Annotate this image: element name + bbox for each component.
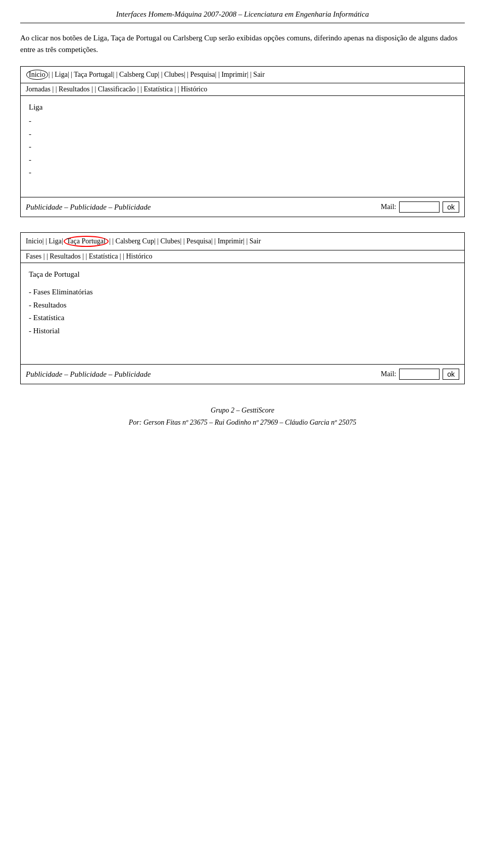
mockup1-navbar: Inicio | Liga | Taça Portugal | Calsberg… <box>21 67 464 83</box>
list-item: - <box>29 140 456 154</box>
nav2-imprimir[interactable]: | Imprimir <box>211 237 243 245</box>
intro-text: Ao clicar nos botões de Liga, Taça de Po… <box>20 32 465 55</box>
mockup2-content: Taça de Portugal - Fases Eliminatórias -… <box>21 263 464 364</box>
list-item: - <box>29 166 456 179</box>
mail2-input[interactable] <box>399 369 440 380</box>
subnav2-historico[interactable]: | Histórico <box>120 252 153 260</box>
ok2-button[interactable]: ok <box>443 369 459 380</box>
mockup1-footer: Publicidade – Publicidade – Publicidade … <box>21 197 464 217</box>
nav2-inicio[interactable]: Inicio <box>26 237 42 245</box>
mockup2-content-title: Taça de Portugal <box>29 270 456 279</box>
list-item: - <box>29 115 456 128</box>
mockup1-content-title: Liga <box>29 103 456 112</box>
list-item: - Historial <box>29 325 456 338</box>
nav2-carlsberg[interactable]: | Calsberg Cup <box>109 237 154 245</box>
ok-button[interactable]: ok <box>443 201 459 213</box>
subnav-resultados[interactable]: | Resultados <box>53 85 90 93</box>
nav-liga[interactable]: | Liga <box>48 71 68 79</box>
nav-clubes[interactable]: | Clubes <box>158 71 184 79</box>
mockup2-content-list: - Fases Eliminatórias - Resultados - Est… <box>29 286 456 337</box>
mail-input[interactable] <box>399 201 440 213</box>
header-title: Interfaces Homem-Máquina 2007-2008 – Lic… <box>116 10 369 18</box>
nav2-pesquisa[interactable]: | Pesquisa <box>180 237 211 245</box>
mail2-area: Mail: ok <box>381 369 459 380</box>
mail-label: Mail: <box>381 203 396 211</box>
mockup1-box: Inicio | Liga | Taça Portugal | Calsberg… <box>20 66 465 217</box>
subnav-classificacao[interactable]: | Classificacão <box>91 85 135 93</box>
subnav2-resultados[interactable]: | Resultados <box>43 252 81 260</box>
list-item: - Resultados <box>29 299 456 312</box>
subnav-jornadas[interactable]: Jornadas <box>26 85 51 93</box>
subnav-estatistica[interactable]: | Estatística <box>137 85 173 93</box>
mockup2-footer: Publicidade – Publicidade – Publicidade … <box>21 364 464 384</box>
mockup1-subnav: Jornadas | Resultados | Classificacão | … <box>21 83 464 96</box>
mockup2-subnav: Fases | Resultados | Estatística | Histó… <box>21 250 464 263</box>
publicidade-text: Publicidade – Publicidade – Publicidade <box>26 203 151 212</box>
list-item: - Fases Eliminatórias <box>29 286 456 299</box>
list-item: - Estatística <box>29 312 456 325</box>
nav-imprimir[interactable]: | Imprimir <box>215 71 247 79</box>
nav2-clubes[interactable]: | Clubes <box>154 237 180 245</box>
list-item: - <box>29 154 456 167</box>
mockup1-content-list: - - - - - <box>29 115 456 179</box>
nav2-taca[interactable]: Taça Portugal <box>64 236 109 247</box>
mockup1-content: Liga - - - - - <box>21 96 464 197</box>
nav-taca[interactable]: | Taça Portugal <box>68 71 113 79</box>
nav-sair[interactable]: | Sair <box>247 71 265 79</box>
subnav2-fases[interactable]: Fases <box>26 252 41 260</box>
nav-inicio[interactable]: Inicio <box>26 70 48 80</box>
mail2-label: Mail: <box>381 370 396 378</box>
mockup2-box: Inicio | Liga | Taça Portugal | Calsberg… <box>20 232 465 384</box>
subnav-historico[interactable]: | Histórico <box>174 85 207 93</box>
mail-area: Mail: ok <box>381 201 459 213</box>
nav2-liga[interactable]: | Liga <box>42 237 62 245</box>
nav-carlsberg[interactable]: | Calsberg Cup <box>113 71 158 79</box>
footer-line2: Por: Gerson Fitas nº 23675 – Rui Godinho… <box>20 417 465 429</box>
page-footer: Grupo 2 – GesttiScore Por: Gerson Fitas … <box>20 404 465 429</box>
mockup2-navbar: Inicio | Liga | Taça Portugal | Calsberg… <box>21 233 464 250</box>
list-item: - <box>29 128 456 141</box>
footer-line1: Grupo 2 – GesttiScore <box>20 404 465 417</box>
publicidade2-text: Publicidade – Publicidade – Publicidade <box>26 370 151 379</box>
page-header: Interfaces Homem-Máquina 2007-2008 – Lic… <box>20 10 465 23</box>
nav2-sair[interactable]: | Sair <box>243 237 261 245</box>
subnav2-estatistica[interactable]: | Estatística <box>82 252 118 260</box>
nav-pesquisa[interactable]: | Pesquisa <box>184 71 215 79</box>
